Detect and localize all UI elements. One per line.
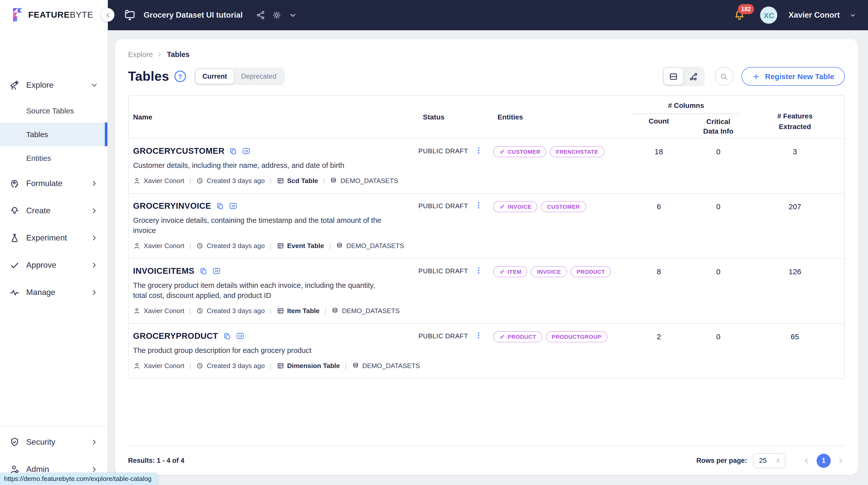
critical-data-info: 0 bbox=[691, 139, 745, 193]
entity-badge[interactable]: CUSTOMER bbox=[541, 201, 586, 212]
notifications-button[interactable]: 182 bbox=[733, 8, 746, 22]
columns-count: 18 bbox=[626, 139, 691, 193]
entity-badge[interactable]: PRODUCT bbox=[493, 331, 542, 342]
explore-submenu: Source Tables Tables Entities bbox=[0, 99, 107, 170]
user-name[interactable]: Xavier Conort bbox=[788, 10, 840, 20]
status-badge: PUBLIC DRAFT bbox=[418, 201, 468, 210]
user-menu-caret-icon[interactable] bbox=[849, 11, 857, 19]
clock-icon bbox=[196, 362, 204, 369]
table-type-icon bbox=[277, 362, 284, 369]
created-at: Created 3 days ago bbox=[196, 362, 265, 369]
entities-cell: CUSTOMER FRENCHSTATE bbox=[493, 139, 626, 193]
entity-badge[interactable]: INVOICE bbox=[531, 266, 567, 277]
table-row[interactable]: GROCERYPRODUCT ID The product group desc… bbox=[128, 324, 844, 378]
help-icon[interactable]: ? bbox=[174, 70, 186, 82]
sidebar-item-security[interactable]: Security bbox=[0, 428, 107, 456]
graph-view-button[interactable] bbox=[684, 68, 703, 85]
table-header: Name Status Entities Count Critical Data… bbox=[128, 96, 844, 139]
table-body: GROCERYCUSTOMER ID Customer details, inc… bbox=[128, 139, 844, 378]
created-at: Created 3 days ago bbox=[196, 177, 265, 184]
copy-icon[interactable] bbox=[229, 147, 238, 155]
copy-id-icon[interactable]: ID bbox=[229, 202, 238, 210]
table-name-link[interactable]: GROCERYINVOICE bbox=[133, 201, 211, 211]
breadcrumb: Explore Tables bbox=[128, 51, 845, 59]
copy-id-icon[interactable]: ID bbox=[236, 332, 244, 340]
copy-id-icon[interactable]: ID bbox=[212, 267, 221, 275]
entity-badge[interactable]: CUSTOMER bbox=[493, 146, 547, 157]
sidebar-item-entities[interactable]: Entities bbox=[0, 146, 107, 170]
logo-wordmark: FEATUREBYTE bbox=[28, 10, 93, 20]
sidebar-item-approve[interactable]: Approve bbox=[0, 251, 107, 279]
copy-icon[interactable] bbox=[216, 202, 224, 210]
gear-icon[interactable] bbox=[272, 10, 282, 20]
entity-badge[interactable]: PRODUCT bbox=[570, 266, 611, 277]
breadcrumb-explore[interactable]: Explore bbox=[128, 51, 153, 59]
list-view-button[interactable] bbox=[663, 68, 683, 85]
featurebyte-logo[interactable]: FEATUREBYTE bbox=[0, 0, 107, 30]
head-gear-icon bbox=[9, 178, 20, 189]
lightbulb-icon bbox=[9, 205, 20, 216]
rows-per-page-label: Rows per page: bbox=[696, 457, 747, 464]
previous-page-icon[interactable] bbox=[803, 456, 810, 464]
avatar[interactable]: XC bbox=[761, 6, 777, 24]
next-page-icon[interactable] bbox=[837, 456, 845, 464]
table-row[interactable]: GROCERYCUSTOMER ID Customer details, inc… bbox=[128, 139, 844, 193]
table-name-link[interactable]: GROCERYCUSTOMER bbox=[133, 146, 224, 156]
features-extracted: 126 bbox=[745, 259, 844, 323]
filter-deprecated-button[interactable]: Deprecated bbox=[234, 69, 283, 84]
sidebar-divider bbox=[0, 426, 107, 426]
dataset: DEMO_DATASETS bbox=[351, 362, 420, 369]
title-row: Tables ? Current Deprecated bbox=[128, 66, 845, 86]
entity-badge[interactable]: INVOICE bbox=[493, 201, 537, 212]
sidebar-nav: Explore Source Tables Tables Entities Fo… bbox=[0, 71, 107, 306]
entity-badge[interactable]: FRENCHSTATE bbox=[550, 146, 604, 157]
page-number-button[interactable]: 1 bbox=[816, 454, 831, 467]
workspace-title[interactable]: Grocery Dataset UI tutorial bbox=[144, 10, 243, 20]
kebab-menu-icon[interactable] bbox=[474, 266, 483, 275]
filter-current-button[interactable]: Current bbox=[195, 69, 234, 84]
sidebar-item-explore[interactable]: Explore bbox=[0, 71, 107, 99]
sidebar-item-tables[interactable]: Tables bbox=[0, 122, 107, 146]
table-type: Dimension Table bbox=[277, 362, 340, 369]
sidebar-item-experiment[interactable]: Experiment bbox=[0, 224, 107, 251]
current-deprecated-toggle: Current Deprecated bbox=[194, 67, 285, 85]
status-badge: PUBLIC DRAFT bbox=[418, 331, 468, 340]
sidebar-item-formulate[interactable]: Formulate bbox=[0, 170, 107, 197]
features-extracted: 207 bbox=[745, 193, 844, 258]
table-row[interactable]: INVOICEITEMS ID The grocery product item… bbox=[128, 259, 844, 324]
copy-icon[interactable] bbox=[222, 332, 231, 340]
register-new-table-button[interactable]: Register New Table bbox=[741, 67, 845, 86]
kebab-menu-icon[interactable] bbox=[474, 201, 483, 210]
kebab-menu-icon[interactable] bbox=[474, 146, 483, 155]
table-name-link[interactable]: GROCERYPRODUCT bbox=[133, 331, 218, 341]
sidebar-collapse-button[interactable] bbox=[101, 8, 115, 22]
sidebar-item-create[interactable]: Create bbox=[0, 197, 107, 224]
share-icon[interactable] bbox=[256, 10, 266, 20]
entity-badge[interactable]: PRODUCTGROUP bbox=[546, 331, 608, 342]
table-row[interactable]: GROCERYINVOICE ID Grocery invoice detail… bbox=[128, 193, 844, 259]
entity-badge[interactable]: ITEM bbox=[493, 266, 527, 277]
pagination: 1 bbox=[803, 454, 845, 467]
entities-cell: INVOICE CUSTOMER bbox=[493, 193, 626, 258]
columns-count: 6 bbox=[626, 193, 691, 258]
sidebar-item-manage[interactable]: Manage bbox=[0, 279, 107, 306]
copy-icon[interactable] bbox=[199, 267, 208, 275]
clock-icon bbox=[196, 177, 204, 184]
rows-per-page-select[interactable]: 25 bbox=[753, 453, 785, 468]
copy-id-icon[interactable]: ID bbox=[242, 147, 251, 155]
kebab-menu-icon[interactable] bbox=[474, 331, 483, 340]
chevron-right-icon bbox=[90, 180, 98, 187]
sidebar-item-source-tables[interactable]: Source Tables bbox=[0, 99, 107, 122]
search-button[interactable] bbox=[714, 67, 733, 86]
dataset: DEMO_DATASETS bbox=[336, 242, 404, 249]
breadcrumb-tables: Tables bbox=[167, 51, 189, 59]
svg-text:ID: ID bbox=[238, 334, 242, 338]
chevron-right-icon bbox=[90, 234, 98, 242]
entities-cell: ITEM INVOICE PRODUCT bbox=[493, 259, 626, 323]
table-type-icon bbox=[277, 177, 284, 184]
person-icon bbox=[133, 177, 141, 184]
critical-data-info: 0 bbox=[691, 193, 745, 258]
table-name-link[interactable]: INVOICEITEMS bbox=[133, 266, 194, 276]
workspace-caret-icon[interactable] bbox=[288, 10, 298, 20]
created-at: Created 3 days ago bbox=[196, 307, 265, 314]
